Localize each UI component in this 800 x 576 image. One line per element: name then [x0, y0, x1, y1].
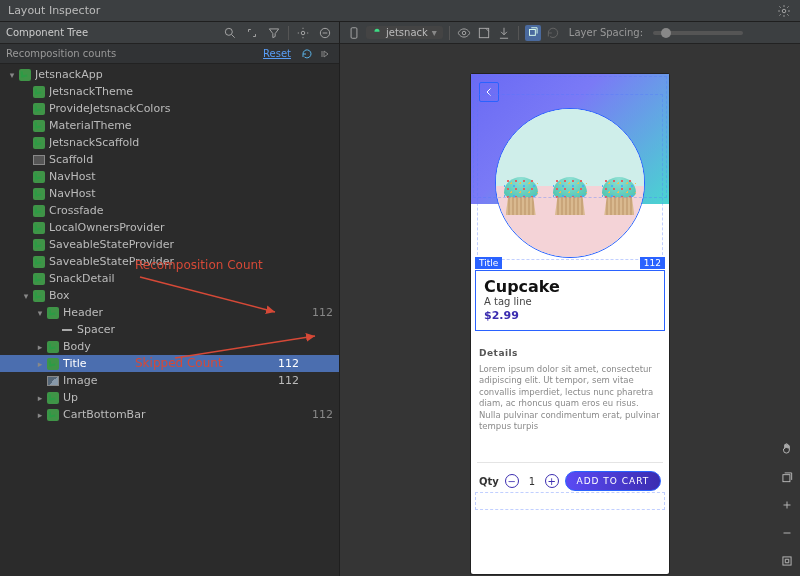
- node-name: Title: [63, 357, 265, 370]
- node-name: LocalOwnersProvider: [49, 221, 265, 234]
- details-heading: Details: [479, 348, 661, 358]
- layer-spacing-label: Layer Spacing:: [569, 27, 643, 38]
- column-header: Recomposition counts Reset: [0, 44, 339, 64]
- tree-row[interactable]: NavHost: [0, 168, 339, 185]
- skip-count: 112: [299, 306, 333, 319]
- layer-spacing-slider[interactable]: [653, 31, 743, 35]
- node-icon: [32, 289, 46, 303]
- viewport-tools: [778, 440, 796, 570]
- node-name: JetsnackTheme: [49, 85, 265, 98]
- tree-row[interactable]: SaveableStateProvider: [0, 253, 339, 270]
- left-panel: Component Tree Recomposition counts Rese…: [0, 22, 340, 576]
- node-name: Body: [63, 340, 265, 353]
- svg-rect-8: [783, 475, 790, 482]
- node-icon: [46, 306, 60, 320]
- tree-row[interactable]: MaterialTheme: [0, 117, 339, 134]
- svg-point-2: [301, 31, 305, 35]
- tree-toolbar: Component Tree: [0, 22, 339, 44]
- node-icon: [32, 119, 46, 133]
- search-icon[interactable]: [222, 25, 238, 41]
- tree-row[interactable]: LocalOwnersProvider: [0, 219, 339, 236]
- zoom-out-icon[interactable]: [778, 524, 796, 542]
- node-name: SaveableStateProvider: [49, 238, 265, 251]
- selection-count: 112: [640, 257, 665, 269]
- tree-row[interactable]: NavHost: [0, 185, 339, 202]
- recomp-count: 112: [265, 374, 299, 387]
- tree-row[interactable]: SnackDetail: [0, 270, 339, 287]
- qty-plus[interactable]: +: [545, 474, 559, 488]
- refresh-icon[interactable]: [545, 25, 561, 41]
- reset-link[interactable]: Reset: [263, 48, 291, 59]
- product-title: Cupcake: [484, 277, 656, 296]
- skip-count: 112: [299, 408, 333, 421]
- node-icon: [32, 136, 46, 150]
- recomp-col-label: Recomposition counts: [6, 48, 263, 59]
- node-icon: [46, 357, 60, 371]
- window-title: Layout Inspector: [8, 4, 776, 17]
- product-tagline: A tag line: [484, 296, 656, 307]
- node-icon: [18, 68, 32, 82]
- fit-icon[interactable]: [778, 552, 796, 570]
- preview-stage[interactable]: Title 112 Cupcake A tag line $2.99 Detai…: [340, 44, 800, 576]
- node-name: SnackDetail: [49, 272, 265, 285]
- settings-icon[interactable]: [295, 25, 311, 41]
- mode-3d-icon[interactable]: [525, 25, 541, 41]
- tree-row[interactable]: ▸Up: [0, 389, 339, 406]
- node-icon: [46, 340, 60, 354]
- device-preview: Title 112 Cupcake A tag line $2.99 Detai…: [471, 74, 669, 574]
- node-name: ProvideJetsnackColors: [49, 102, 265, 115]
- filter-icon[interactable]: [266, 25, 282, 41]
- tree-row[interactable]: Image112: [0, 372, 339, 389]
- node-name: Spacer: [77, 323, 265, 336]
- tree-row[interactable]: ▸CartBottomBar112: [0, 406, 339, 423]
- node-icon: [32, 272, 46, 286]
- qty-label: Qty: [479, 476, 499, 487]
- node-name: SaveableStateProvider: [49, 255, 265, 268]
- details-section: Details Lorem ipsum dolor sit amet, cons…: [479, 348, 661, 433]
- tree-row[interactable]: ▾Header112: [0, 304, 339, 321]
- tree-row[interactable]: ▾Box: [0, 287, 339, 304]
- node-icon: [32, 238, 46, 252]
- node-name: Image: [63, 374, 265, 387]
- title-box: Title 112 Cupcake A tag line $2.99: [475, 270, 665, 331]
- gear-icon[interactable]: [776, 3, 792, 19]
- tree-row[interactable]: Spacer: [0, 321, 339, 338]
- qty-minus[interactable]: −: [505, 474, 519, 488]
- node-icon: [46, 391, 60, 405]
- node-name: JetsnackApp: [35, 68, 265, 81]
- snapshot-icon[interactable]: [476, 25, 492, 41]
- process-badge[interactable]: jetsnack ▾: [366, 26, 443, 39]
- tree-row[interactable]: ▸Body: [0, 338, 339, 355]
- details-body: Lorem ipsum dolor sit amet, consectetur …: [479, 364, 661, 433]
- tree-row[interactable]: ▾JetsnackApp: [0, 66, 339, 83]
- component-tree[interactable]: ▾JetsnackAppJetsnackThemeProvideJetsnack…: [0, 64, 339, 576]
- minus-icon[interactable]: [317, 25, 333, 41]
- tree-row[interactable]: JetsnackScaffold: [0, 134, 339, 151]
- live-icon[interactable]: [456, 25, 472, 41]
- node-name: MaterialTheme: [49, 119, 265, 132]
- layers-icon[interactable]: [778, 468, 796, 486]
- node-icon: [46, 408, 60, 422]
- right-panel: jetsnack ▾ Layer Spacing:: [340, 22, 800, 576]
- svg-point-1: [225, 28, 232, 35]
- qty-value: 1: [525, 476, 539, 487]
- add-to-cart-button[interactable]: ADD TO CART: [565, 471, 661, 491]
- tree-row[interactable]: JetsnackTheme: [0, 83, 339, 100]
- tree-row[interactable]: Scaffold: [0, 151, 339, 168]
- node-name: JetsnackScaffold: [49, 136, 265, 149]
- device-icon[interactable]: [346, 25, 362, 41]
- recomp-col-icon: [299, 46, 315, 62]
- node-icon: [32, 153, 46, 167]
- process-name: jetsnack: [386, 27, 428, 38]
- pan-icon[interactable]: [778, 440, 796, 458]
- resize-icon[interactable]: [244, 25, 260, 41]
- zoom-in-icon[interactable]: [778, 496, 796, 514]
- tree-row[interactable]: Crossfade: [0, 202, 339, 219]
- tree-row[interactable]: ProvideJetsnackColors: [0, 100, 339, 117]
- tree-row[interactable]: ▸Title112: [0, 355, 339, 372]
- export-icon[interactable]: [496, 25, 512, 41]
- recomp-count: 112: [265, 357, 299, 370]
- title-bar: Layout Inspector: [0, 0, 800, 22]
- tree-row[interactable]: SaveableStateProvider: [0, 236, 339, 253]
- cart-bar: Qty − 1 + ADD TO CART: [477, 462, 663, 491]
